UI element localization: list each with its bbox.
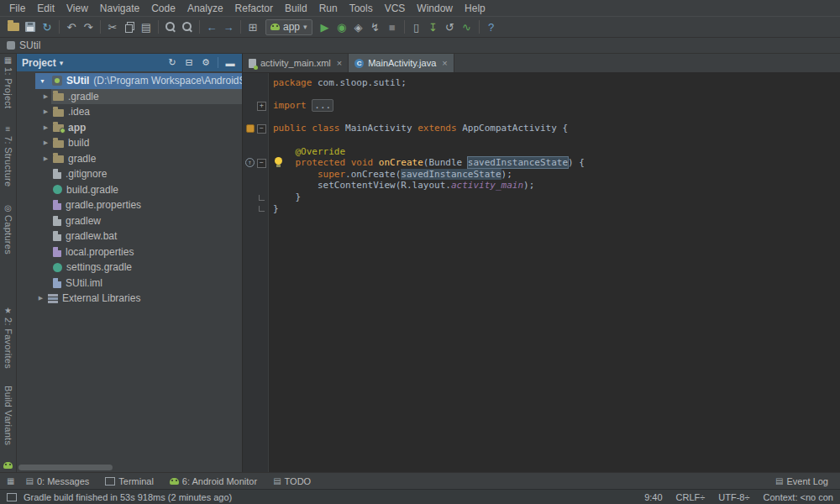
replace-icon[interactable] — [179, 18, 196, 35]
menu-run[interactable]: Run — [313, 1, 344, 16]
captures-tool-button[interactable]: ◎ Captures — [3, 204, 13, 255]
redo-icon[interactable]: ↷ — [80, 18, 97, 35]
todo-tool-button[interactable]: ▤ TODO — [268, 473, 316, 489]
run-config-select[interactable]: app ▾ — [265, 19, 312, 35]
overriding-method-icon[interactable]: ↑ — [245, 158, 255, 167]
menu-tools[interactable]: Tools — [344, 1, 379, 16]
tree-item-external-libraries[interactable]: ▶ External Libraries — [17, 291, 242, 307]
menu-build[interactable]: Build — [279, 1, 313, 16]
encoding-widget[interactable]: UTF-8÷ — [718, 492, 749, 502]
debug-icon[interactable]: ◉ — [333, 18, 350, 35]
favorites-tool-button[interactable]: ★ 2: Favorites — [3, 307, 13, 369]
tree-item-local-properties[interactable]: local.properties — [17, 244, 242, 260]
refresh-icon[interactable]: ↻ — [165, 57, 179, 68]
tree-item-gradlew-bat[interactable]: gradlew.bat — [17, 228, 242, 244]
sdk-manager-icon[interactable]: ↧ — [425, 18, 442, 35]
run-icon[interactable]: ▶ — [317, 18, 333, 35]
terminal-tool-button[interactable]: Terminal — [100, 473, 159, 489]
menu-code[interactable]: Code — [145, 1, 181, 16]
menu-vcs[interactable]: VCS — [379, 1, 412, 16]
android-monitor-icon[interactable]: ∿ — [459, 18, 475, 35]
tree-item-gradle-dir[interactable]: ▶ .gradle — [17, 89, 242, 105]
chevron-collapsed-icon[interactable]: ▶ — [40, 124, 51, 131]
fold-collapse-icon[interactable]: − — [257, 159, 266, 168]
tree-item-build-dir[interactable]: ▶ build — [17, 135, 242, 151]
gear-icon[interactable]: ⚙ — [199, 57, 213, 68]
messages-tool-button[interactable]: ▤ 0: Messages — [20, 473, 94, 489]
chevron-collapsed-icon[interactable]: ▶ — [35, 295, 46, 302]
chevron-expanded-icon[interactable]: ▼ — [37, 78, 48, 84]
tree-item-app-module[interactable]: ▶ app — [17, 120, 242, 136]
tab-activity-main-xml[interactable]: activity_main.xml × — [243, 54, 349, 72]
status-message: Gradle build finished in 53s 918ms (2 mi… — [24, 492, 232, 502]
close-icon[interactable]: × — [337, 58, 342, 68]
tree-item-label: SUtil — [66, 75, 89, 87]
stop-icon[interactable]: ■ — [384, 18, 401, 35]
chevron-collapsed-icon[interactable]: ▶ — [40, 93, 51, 100]
coverage-icon[interactable]: ◈ — [350, 18, 367, 35]
tree-item-idea-dir[interactable]: ▶ .idea — [17, 104, 242, 120]
tree-item-sutil-iml[interactable]: SUtil.iml — [17, 276, 242, 291]
project-tool-button[interactable]: ▦ 1: Project — [3, 56, 13, 108]
hide-panel-icon[interactable]: ▬ — [223, 58, 237, 68]
menu-file[interactable]: File — [3, 1, 31, 16]
menu-view[interactable]: View — [60, 1, 94, 16]
project-header-title[interactable]: Project — [22, 57, 56, 69]
tree-item-build-gradle[interactable]: build.gradle — [17, 182, 242, 198]
menu-navigate[interactable]: Navigate — [94, 1, 145, 16]
chevron-collapsed-icon[interactable]: ▶ — [40, 108, 51, 115]
undo-icon[interactable]: ↶ — [63, 18, 80, 35]
breadcrumb[interactable]: SUtil — [19, 39, 40, 51]
chevron-collapsed-icon[interactable]: ▶ — [40, 139, 51, 146]
fold-collapse-icon[interactable]: − — [257, 124, 266, 134]
paste-icon[interactable]: ▤ — [138, 18, 155, 35]
back-icon[interactable]: ← — [203, 18, 220, 35]
menu-refactor[interactable]: Refactor — [229, 1, 279, 16]
caret-position-widget[interactable]: 9:40 — [644, 492, 662, 502]
cut-icon[interactable]: ✂ — [104, 18, 121, 35]
copy-icon[interactable] — [121, 18, 138, 35]
chevron-down-icon[interactable]: ▾ — [60, 59, 64, 67]
help-icon[interactable]: ? — [483, 18, 500, 35]
tree-item-root[interactable]: ▼ SUtil (D:\Program Workspace\AndroidStu… — [17, 73, 242, 89]
scrollbar-thumb[interactable] — [18, 465, 113, 470]
tree-item-gitignore[interactable]: .gitignore — [17, 166, 242, 182]
android-model-icon[interactable] — [3, 462, 13, 469]
synchronize-icon[interactable]: ↻ — [39, 18, 55, 35]
structure-tool-button[interactable]: ≡ 7: Structure — [3, 125, 13, 186]
horizontal-scrollbar[interactable] — [17, 464, 242, 472]
tree-item-gradle-wrapper-dir[interactable]: ▶ gradle — [17, 151, 242, 167]
tab-main-activity-java[interactable]: MainActivity.java × — [349, 54, 454, 72]
find-icon[interactable] — [162, 18, 179, 35]
menu-help[interactable]: Help — [459, 1, 491, 16]
menu-window[interactable]: Window — [411, 1, 459, 16]
context-widget[interactable]: Context: <no con — [764, 492, 833, 502]
tool-windows-icon[interactable]: ▦ — [7, 476, 14, 486]
avd-manager-icon[interactable]: ▯ — [408, 18, 425, 35]
open-icon[interactable] — [5, 18, 22, 35]
android-monitor-tool-button[interactable]: 6: Android Monitor — [165, 473, 262, 489]
class-marker-icon[interactable] — [246, 124, 255, 133]
menu-analyze[interactable]: Analyze — [181, 1, 229, 16]
collapse-all-icon[interactable]: ⊟ — [182, 57, 196, 68]
tree-item-settings-gradle[interactable]: settings.gradle — [17, 260, 242, 276]
forward-icon[interactable]: → — [220, 18, 237, 35]
run-configurations-icon[interactable]: ⊞ — [244, 18, 261, 35]
tree-item-gradlew[interactable]: gradlew — [17, 213, 242, 229]
code-editor[interactable]: ↑ + − − package com.sloop.sutil; import … — [243, 73, 840, 472]
chevron-down-icon: ▾ — [303, 23, 307, 31]
fold-expand-icon[interactable]: + — [257, 102, 266, 111]
toolwindow-toggle-icon[interactable] — [7, 493, 17, 501]
editor-tabs: activity_main.xml × MainActivity.java × — [243, 54, 840, 73]
line-separator-widget[interactable]: CRLF÷ — [676, 492, 706, 502]
event-log-tool-button[interactable]: ▤ Event Log — [770, 473, 833, 489]
menu-edit[interactable]: Edit — [31, 1, 60, 16]
save-all-icon[interactable] — [22, 18, 39, 35]
tree-item-gradle-properties[interactable]: gradle.properties — [17, 197, 242, 213]
code-content[interactable]: package com.sloop.sutil; import ... publ… — [273, 77, 840, 214]
chevron-collapsed-icon[interactable]: ▶ — [40, 155, 51, 162]
attach-debugger-icon[interactable]: ↯ — [367, 18, 384, 35]
gradle-sync-icon[interactable]: ↺ — [442, 18, 459, 35]
close-icon[interactable]: × — [442, 58, 447, 68]
build-variants-tool-button[interactable]: Build Variants — [3, 386, 13, 445]
